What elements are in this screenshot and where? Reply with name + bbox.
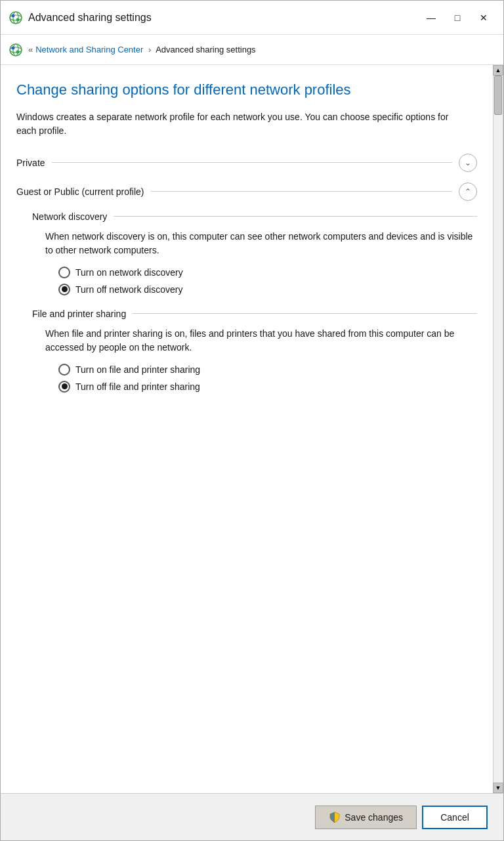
breadcrumb-current: Advanced sharing settings — [156, 45, 255, 54]
svg-point-3 — [12, 14, 15, 17]
guest-public-divider — [151, 191, 452, 192]
window-title: Advanced sharing settings — [28, 12, 419, 24]
network-discovery-section: Network discovery When network discovery… — [32, 211, 477, 295]
scrollbar-down-button[interactable]: ▼ — [493, 783, 503, 793]
private-label: Private — [16, 158, 45, 168]
nd-off-label: Turn off network discovery — [75, 284, 182, 295]
page-description: Windows creates a separate network profi… — [16, 110, 463, 138]
fp-off-label: Turn off file and printer sharing — [75, 381, 200, 392]
content-area: Change sharing options for different net… — [1, 65, 493, 793]
network-discovery-divider — [114, 216, 477, 217]
svg-point-1 — [13, 12, 18, 24]
file-printer-header: File and printer sharing — [32, 309, 477, 319]
network-discovery-radio-group: Turn on network discovery Turn off netwo… — [32, 267, 477, 295]
maximize-button[interactable]: □ — [446, 8, 469, 28]
breadcrumb: Network and Sharing Center › Advanced sh… — [35, 45, 255, 54]
breadcrumb-link[interactable]: Network and Sharing Center — [35, 45, 143, 54]
file-printer-radio-group: Turn on file and printer sharing Turn of… — [32, 364, 477, 393]
save-changes-button[interactable]: Save changes — [315, 806, 417, 829]
scrollbar[interactable]: ▲ ▼ — [493, 65, 503, 793]
svg-point-0 — [10, 12, 22, 24]
scrollbar-up-button[interactable]: ▲ — [493, 65, 503, 75]
file-printer-divider — [133, 313, 477, 314]
minimize-button[interactable]: — — [419, 8, 443, 28]
svg-point-8 — [12, 46, 15, 49]
chevron-up-icon: ⌃ — [465, 187, 471, 196]
fp-on-radio[interactable] — [58, 364, 70, 376]
shield-icon — [329, 811, 341, 823]
cancel-button[interactable]: Cancel — [422, 806, 488, 829]
file-printer-section: File and printer sharing When file and p… — [32, 309, 477, 393]
private-toggle-button[interactable]: ⌄ — [459, 154, 477, 172]
main-window: Advanced sharing settings — □ ✕ « Networ… — [0, 0, 504, 841]
nd-on-radio[interactable] — [58, 267, 70, 278]
fp-on-option[interactable]: Turn on file and printer sharing — [58, 364, 477, 376]
cancel-label: Cancel — [440, 812, 469, 823]
title-bar: Advanced sharing settings — □ ✕ — [1, 1, 503, 35]
svg-point-4 — [16, 18, 20, 21]
nav-icon — [9, 43, 23, 57]
app-icon — [9, 11, 23, 25]
private-divider — [52, 162, 452, 163]
network-discovery-header: Network discovery — [32, 211, 477, 222]
chevron-down-icon: ⌄ — [465, 158, 471, 167]
content-wrapper: Change sharing options for different net… — [1, 65, 503, 793]
nd-on-option[interactable]: Turn on network discovery — [58, 267, 477, 278]
footer: Save changes Cancel — [1, 793, 503, 840]
network-discovery-label: Network discovery — [32, 211, 107, 222]
svg-point-6 — [13, 44, 18, 56]
fp-off-radio[interactable] — [58, 381, 70, 393]
breadcrumb-separator: › — [148, 45, 151, 54]
file-printer-description: When file and printer sharing is on, fil… — [32, 327, 477, 355]
guest-public-toggle-button[interactable]: ⌃ — [459, 183, 477, 201]
scrollbar-thumb[interactable] — [494, 75, 502, 115]
nav-back-arrows: « — [28, 45, 33, 54]
page-heading: Change sharing options for different net… — [16, 81, 477, 100]
nd-off-radio[interactable] — [58, 284, 70, 295]
window-controls: — □ ✕ — [419, 8, 495, 28]
nd-on-label: Turn on network discovery — [75, 267, 183, 278]
close-button[interactable]: ✕ — [472, 8, 495, 28]
file-printer-label: File and printer sharing — [32, 309, 126, 319]
svg-point-5 — [10, 44, 22, 56]
svg-point-9 — [16, 50, 20, 53]
save-changes-label: Save changes — [345, 812, 403, 823]
nav-bar: « Network and Sharing Center › Advanced … — [1, 35, 503, 65]
fp-off-option[interactable]: Turn off file and printer sharing — [58, 381, 477, 393]
fp-on-label: Turn on file and printer sharing — [75, 364, 200, 375]
guest-public-section-header: Guest or Public (current profile) ⌃ — [16, 183, 477, 201]
guest-public-label: Guest or Public (current profile) — [16, 186, 144, 197]
nd-off-option[interactable]: Turn off network discovery — [58, 284, 477, 295]
private-section-header: Private ⌄ — [16, 154, 477, 172]
network-discovery-description: When network discovery is on, this compu… — [32, 230, 477, 257]
scrollbar-track[interactable] — [493, 75, 503, 783]
